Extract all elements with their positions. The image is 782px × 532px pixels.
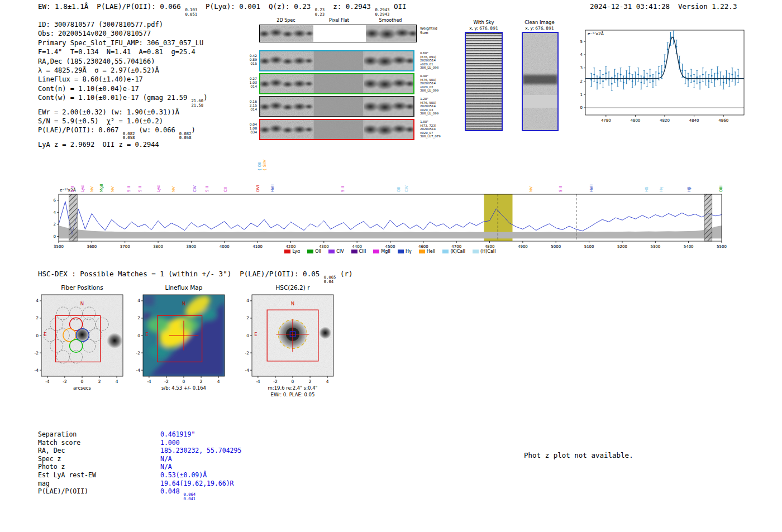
signal-blob [404, 103, 413, 110]
legend-label: CIV [336, 249, 344, 254]
svg-text:N: N [291, 301, 294, 306]
flat-image [313, 97, 364, 116]
svg-text:SiII: SiII [341, 186, 345, 192]
signal-blob [404, 126, 413, 133]
spec-image [260, 51, 313, 70]
svg-text:0: 0 [36, 333, 39, 338]
emission-line-label: { OII [258, 162, 262, 171]
svg-text:-4: -4 [245, 368, 250, 373]
lineflux-map-xlabel: s/b: 4.53 +/- 0.164 [143, 385, 225, 391]
svg-text:4300: 4300 [319, 245, 329, 249]
legend-swatch [284, 250, 290, 253]
svg-text:4780: 4780 [601, 118, 611, 123]
svg-text:5: 5 [580, 40, 583, 44]
spec-image [260, 97, 313, 116]
weighted-sum-row [259, 25, 417, 42]
svg-text:OVI: OVI [256, 185, 260, 192]
legend-swatch [328, 250, 335, 253]
lineflux-map-cutout: NE-4-4-2-2002244 [118, 291, 230, 387]
table-row-label: Est LyA rest-EW [38, 471, 160, 480]
svg-text:4860: 4860 [718, 118, 728, 123]
legend-label: HeII [427, 249, 436, 254]
smooth-image [366, 25, 416, 42]
emission-line-label: SiII [205, 186, 209, 192]
svg-text:N: N [182, 301, 185, 306]
masked-band [523, 95, 557, 108]
table-row-value: 185.230232, 55.704295 [160, 447, 241, 455]
legend-item: CIV [328, 249, 344, 254]
svg-text:4900: 4900 [518, 245, 528, 249]
legend-label: OII [315, 249, 321, 254]
svg-text:2: 2 [36, 315, 39, 320]
svg-text:-2: -2 [273, 379, 278, 384]
legend-swatch [419, 250, 425, 253]
svg-text:SiII: SiII [559, 186, 563, 192]
table-row-label: Photo z [38, 463, 160, 471]
photz-note: Phot z plot not available. [524, 451, 633, 459]
hsc-r-cutout: NE-4-4-2-2002244 [227, 291, 339, 387]
svg-text:4200: 4200 [286, 245, 296, 249]
info-line: Cont(n) = 1.10(±0.04)e-17 [38, 84, 207, 93]
svg-text:Hβ: Hβ [687, 186, 692, 192]
table-row-label: mag [38, 480, 160, 488]
info-line: F=1.4" T=0.134 N=1.41 A=0.81 g=25.4 [38, 47, 207, 56]
row-aperture-labels: 0.041.08034 [244, 122, 257, 135]
row-aperture-labels: 0.162.15014 [244, 99, 257, 112]
svg-text:{ OII: { OII [258, 162, 262, 171]
legend-label: (H)CaII [480, 249, 495, 254]
fiber-positions-title: Fiber Positions [41, 284, 123, 291]
smooth-image [364, 51, 413, 70]
emission-line-label: CIV [404, 185, 409, 192]
emission-line-label: SiII [127, 186, 131, 192]
info-line: EWr = 2.00(±0.32) (w: 1.90(±0.31))Å [38, 108, 207, 117]
emission-line-label: OVI [256, 185, 260, 192]
detection-info-block: ID: 3007810577 (3007810577.pdf)Obs: 2020… [38, 20, 207, 149]
version-text: Version 1.22.3 [678, 2, 737, 11]
line-fit-plot: 47804800482048404860012345e⁻¹⁷x2Å [571, 27, 747, 128]
cut-lineflux-canvas: NE-4-4-2-2002244 [118, 291, 230, 385]
smooth-image [364, 74, 413, 93]
stacked-uncertainty: 0.0820.058 [179, 132, 192, 140]
svg-text:NV: NV [529, 186, 533, 192]
emission-line-label: MgII [99, 184, 104, 192]
info-line: P(LAE)/P(OII): 0.067 0.0820.058 (w: 0.06… [38, 126, 207, 140]
svg-text:Lyα: Lyα [156, 185, 161, 192]
signal-blob [404, 57, 413, 64]
table-row: Spec zN/A [38, 455, 241, 463]
legend-item: (K)CaII [442, 249, 465, 254]
svg-text:-4: -4 [256, 379, 260, 384]
svg-text:NV: NV [111, 186, 115, 192]
emission-line-label: Lyα [80, 185, 85, 192]
emission-line-label: { SiIV [263, 160, 267, 171]
table-row: mag19.64(19.62,19.66)R [38, 480, 241, 488]
stacked-uncertainty: 21.6021.58 [192, 99, 204, 107]
flat-image [313, 51, 364, 70]
emission-line-label: NV [111, 186, 115, 192]
svg-text:-2: -2 [136, 351, 141, 356]
spec2d-row [259, 73, 414, 94]
emission-line-label: CII [223, 187, 228, 192]
info-line: RA,Dec (185.230240,55.704166) [38, 57, 207, 66]
table-row: P(LAE)/P(OII)0.048 0.0640.041 [38, 487, 241, 501]
svg-text:4100: 4100 [252, 245, 263, 249]
spectrum-legend: LyαOIICIVCIIIMgIIHγHeII(K)CaII(H)CaII [59, 249, 722, 254]
svg-text:5400: 5400 [684, 245, 694, 249]
table-row-value: 19.64(19.62,19.66)R [160, 480, 234, 488]
svg-text:0: 0 [246, 333, 249, 338]
legend-label: Lyα [292, 249, 300, 254]
match-table: Separation0.461919"Match score1.000RA, D… [38, 430, 241, 501]
row-frame-labels: 1.20"(676, 900)20200514v020_03306_LU_099 [420, 97, 454, 116]
info-line: λ = 4825.29Å σ = 2.97(±0.52)Å [38, 66, 207, 75]
row-frame-labels: 1.80"(673, 723)20200514v020_07306_LU7_07… [420, 120, 454, 138]
svg-text:{ SiIV: { SiIV [263, 160, 267, 171]
svg-text:3800: 3800 [153, 245, 163, 249]
table-row-value: 0.53(±0.09)Å [160, 471, 207, 480]
svg-text:2: 2 [98, 379, 101, 384]
emission-line-label: SiII [559, 186, 563, 192]
lineflux-map-title: Lineflux Map [143, 284, 225, 291]
svg-text:-2: -2 [164, 379, 169, 384]
stacked-uncertainty: 0.1030.051 [185, 8, 197, 16]
emission-line-label: SiII [138, 186, 142, 192]
emission-line-label: SiII [341, 186, 345, 192]
svg-text:MgII: MgII [99, 184, 104, 192]
